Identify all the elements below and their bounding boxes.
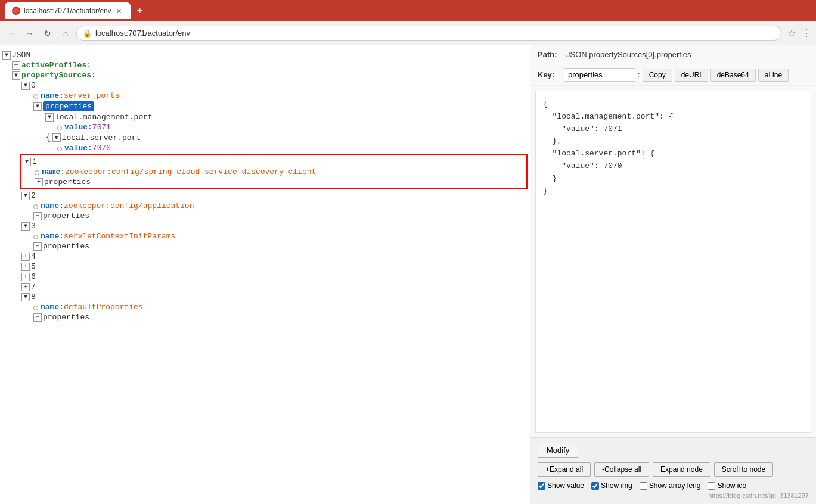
- local-mgmt-toggle[interactable]: ▼: [45, 113, 54, 122]
- index-0-label: 0: [31, 81, 36, 90]
- copy-button[interactable]: Copy: [643, 69, 672, 82]
- index-6-label: 6: [31, 272, 36, 281]
- key-label: Key:: [538, 70, 561, 79]
- index-1-label: 1: [32, 157, 37, 166]
- index-3-toggle[interactable]: ▼: [21, 222, 30, 231]
- name-key-3: name: [41, 232, 59, 241]
- show-ico-label: Show ico: [717, 481, 746, 490]
- index-7-label: 7: [31, 282, 36, 291]
- tree-value-7070: value : 7070: [0, 143, 530, 153]
- properties-8-label: properties: [43, 313, 89, 322]
- menu-icon[interactable]: ⋮: [802, 27, 811, 39]
- tree-value-7071: value : 7071: [0, 122, 530, 132]
- deuri-button[interactable]: deURI: [675, 69, 708, 82]
- refresh-button[interactable]: ↻: [41, 26, 55, 41]
- address-bar: ← → ↻ ⌂ 🔒 localhost:7071/actuator/env ☆ …: [0, 21, 816, 45]
- index-7-toggle[interactable]: +: [21, 283, 30, 291]
- tree-properties-2: ─ properties: [0, 211, 530, 221]
- tree-root: ▼ JSON: [0, 50, 530, 60]
- leaf-dot-default: [33, 306, 38, 310]
- properties-1-label: properties: [44, 178, 91, 186]
- properties-3-toggle[interactable]: ─: [33, 242, 42, 251]
- tree-name-server-ports: name : server.ports: [0, 91, 530, 101]
- name-value-0: server.ports: [64, 91, 120, 100]
- properties-1-toggle[interactable]: +: [35, 178, 43, 186]
- index-4-label: 4: [31, 252, 36, 261]
- active-profiles-toggle[interactable]: ─: [12, 61, 20, 70]
- collapse-all-button[interactable]: -Collapse all: [594, 462, 649, 477]
- index-3-label: 3: [31, 222, 36, 231]
- properties-selected-label[interactable]: properties: [43, 101, 94, 111]
- name-value-8: defaultProperties: [64, 303, 143, 312]
- index-2-toggle[interactable]: ▼: [21, 192, 30, 200]
- debase64-button[interactable]: deBase64: [710, 69, 756, 82]
- leaf-dot-zk: [35, 170, 39, 175]
- properties-2-toggle[interactable]: ─: [33, 212, 42, 220]
- properties-0-toggle[interactable]: ▼: [33, 102, 42, 111]
- tab-favicon: [12, 7, 20, 15]
- leaf-dot-zk2: [33, 204, 38, 209]
- tab-close-button[interactable]: ✕: [115, 7, 123, 15]
- tree-name-servlet: name : servletContextInitParams: [0, 231, 530, 241]
- show-array-leng-label: Show array leng: [649, 481, 701, 490]
- properties-8-toggle[interactable]: ─: [33, 313, 42, 322]
- tab-title: localhost:7071/actuator/env: [24, 7, 111, 15]
- index-6-toggle[interactable]: +: [21, 273, 30, 281]
- index-8-toggle[interactable]: ▼: [21, 293, 30, 301]
- index-4-toggle[interactable]: +: [21, 253, 30, 261]
- show-value-checkbox[interactable]: [538, 482, 545, 490]
- index-0-toggle[interactable]: ▼: [21, 82, 30, 90]
- tree-properties-3: ─ properties: [0, 241, 530, 251]
- tree-active-profiles: ─ activeProfiles :: [0, 60, 530, 70]
- bookmark-icon[interactable]: ☆: [787, 27, 796, 39]
- action-buttons: +Expand all -Collapse all Expand node Sc…: [538, 462, 809, 477]
- back-button[interactable]: ←: [5, 26, 19, 41]
- leaf-dot-7071: [57, 126, 62, 130]
- name-key-2: name: [41, 201, 59, 210]
- index-5-toggle[interactable]: +: [21, 263, 30, 271]
- active-tab[interactable]: localhost:7071/actuator/env ✕: [5, 2, 131, 19]
- leaf-dot: [33, 94, 38, 99]
- new-tab-button[interactable]: +: [133, 4, 147, 18]
- leaf-dot-servlet: [33, 235, 38, 239]
- show-ico-checkbox[interactable]: [708, 482, 715, 490]
- show-ico-checkbox-item: Show ico: [708, 481, 746, 490]
- main-layout: ▼ JSON ─ activeProfiles : ▼ propertySour…: [0, 45, 816, 504]
- json-tree-panel: ▼ JSON ─ activeProfiles : ▼ propertySour…: [0, 45, 530, 504]
- expand-all-button[interactable]: +Expand all: [538, 462, 591, 477]
- property-sources-toggle[interactable]: ▼: [12, 71, 20, 80]
- path-label: Path:: [538, 50, 561, 59]
- highlighted-section-1: ▼ 1 name : zookeeper:config/spring-cloud…: [20, 154, 528, 189]
- tree-index-3: ▼ 3: [0, 221, 530, 231]
- properties-3-label: properties: [43, 242, 89, 251]
- forward-button[interactable]: →: [23, 26, 37, 41]
- name-value-3: servletContextInitParams: [64, 232, 175, 241]
- show-img-label: Show img: [601, 481, 632, 490]
- tree-index-6: + 6: [0, 272, 530, 282]
- tree-name-default: name : defaultProperties: [0, 302, 530, 312]
- name-key-1: name: [42, 167, 60, 176]
- root-toggle[interactable]: ▼: [2, 51, 11, 60]
- window-minimize-button[interactable]: ─: [796, 4, 811, 18]
- url-bar[interactable]: 🔒 localhost:7071/actuator/env: [76, 26, 781, 41]
- modify-button[interactable]: Modify: [538, 443, 578, 458]
- index-1-toggle[interactable]: ▼: [23, 158, 31, 166]
- show-value-label: Show value: [547, 481, 584, 490]
- tree-properties-selected: ▼ properties: [0, 101, 530, 112]
- leaf-dot-7070: [57, 147, 62, 151]
- key-input[interactable]: [564, 68, 635, 82]
- home-button[interactable]: ⌂: [58, 26, 73, 41]
- aline-button[interactable]: aLine: [758, 69, 789, 82]
- value-label-7071: value: [64, 123, 88, 132]
- browser-chrome: localhost:7071/actuator/env ✕ + ─: [0, 0, 816, 21]
- tree-index-2: ▼ 2: [0, 191, 530, 201]
- local-server-toggle[interactable]: ▼: [52, 133, 61, 142]
- checkboxes-row: Show value Show img Show array leng Show…: [538, 481, 809, 490]
- show-array-leng-checkbox[interactable]: [640, 482, 647, 490]
- expand-node-button[interactable]: Expand node: [653, 462, 710, 477]
- value-label-7070: value: [64, 144, 88, 153]
- show-img-checkbox[interactable]: [591, 482, 599, 490]
- value-7071: 7071: [92, 123, 111, 132]
- tree-local-mgmt: ▼ local.management.port: [0, 112, 530, 122]
- scroll-to-node-button[interactable]: Scroll to node: [714, 462, 773, 477]
